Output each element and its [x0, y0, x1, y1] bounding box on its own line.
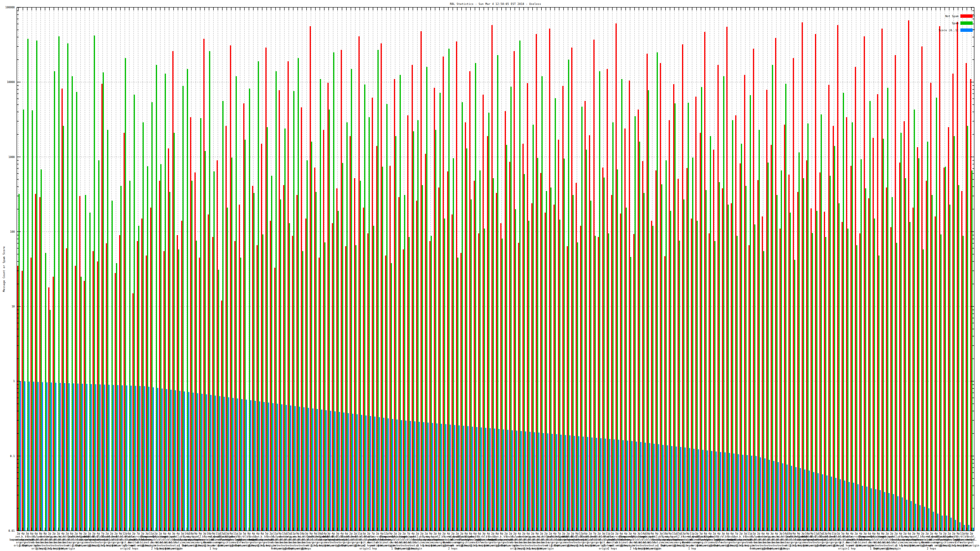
bar-not-spam — [788, 175, 789, 531]
bar-spam — [311, 142, 312, 531]
bar-not-spam — [770, 145, 772, 531]
bar-spam — [49, 310, 51, 531]
bar-spam — [23, 110, 24, 531]
bar-not-spam — [678, 179, 679, 531]
bar-score — [445, 424, 447, 531]
bar-spam — [621, 79, 623, 531]
bar-score — [751, 456, 752, 531]
bar-not-spam — [208, 214, 209, 531]
bar-score — [392, 419, 393, 531]
bar-spam — [285, 129, 286, 531]
bar-score — [454, 425, 455, 531]
bar-not-spam — [225, 126, 227, 531]
bar-spam — [329, 110, 330, 531]
bar-spam — [258, 61, 259, 531]
bar-not-spam — [452, 214, 453, 531]
bar-not-spam — [323, 130, 324, 531]
bar-score — [538, 432, 539, 531]
bar-spam — [785, 84, 786, 531]
bar-not-spam — [509, 162, 511, 531]
bar-spam — [710, 136, 711, 531]
bar-score — [401, 420, 402, 531]
bar-score — [556, 434, 557, 531]
bar-spam — [479, 170, 480, 531]
bar-not-spam — [492, 25, 493, 531]
legend-label-not-spam: Not Spam — [945, 15, 959, 18]
bar-score — [640, 442, 641, 531]
bar-not-spam — [646, 54, 648, 531]
bar-spam — [643, 193, 645, 531]
bar-score — [600, 438, 601, 531]
bar-score — [104, 384, 105, 531]
bar-score — [494, 429, 495, 531]
bar-not-spam — [394, 79, 395, 531]
bar-score — [418, 422, 420, 531]
bar-not-spam — [904, 121, 905, 531]
bar-score — [503, 429, 504, 531]
bar-spam — [869, 101, 871, 531]
bar-not-spam — [474, 181, 475, 531]
bar-score — [858, 484, 859, 531]
bar-score — [756, 456, 757, 531]
bar-score — [224, 397, 225, 531]
bar-not-spam — [199, 258, 200, 531]
bar-not-spam — [624, 129, 626, 531]
bar-score — [636, 442, 637, 531]
bar-spam — [213, 171, 215, 531]
bar-score — [215, 395, 216, 531]
bar-not-spam — [948, 127, 949, 531]
bar-not-spam — [829, 85, 830, 531]
bar-score — [654, 444, 655, 531]
bar-score — [902, 497, 903, 531]
bar-score — [565, 435, 566, 531]
bar-spam — [825, 237, 826, 531]
bar-score — [130, 386, 132, 531]
bar-score — [928, 508, 929, 531]
bar-spam — [550, 187, 552, 531]
legend: Not Spam Spam Score (0..1) — [939, 13, 973, 34]
bar-spam — [422, 185, 423, 531]
bar-spam — [878, 256, 880, 531]
bar-spam — [745, 186, 747, 531]
bar-spam — [147, 166, 148, 531]
bar-not-spam — [718, 65, 719, 531]
bar-score — [871, 488, 872, 531]
bar-score — [809, 470, 810, 531]
y-tick-label: 100 — [10, 230, 15, 233]
bar-not-spam — [797, 192, 799, 531]
bar-score — [458, 426, 460, 531]
legend-swatch-score-icon — [960, 29, 973, 32]
bar-spam — [200, 118, 202, 531]
bar-spam — [759, 130, 760, 531]
bar-score — [888, 493, 890, 531]
bar-not-spam — [305, 219, 307, 531]
bar-not-spam — [132, 293, 134, 531]
bar-spam — [315, 192, 317, 531]
bar-spam — [559, 219, 560, 531]
bar-spam — [360, 181, 361, 531]
bar-not-spam — [522, 144, 524, 531]
bar-score — [388, 418, 389, 531]
bar-not-spam — [700, 133, 701, 531]
bar-spam — [905, 178, 906, 531]
bar-spam — [639, 142, 640, 531]
bar-spam — [887, 88, 888, 531]
bar-score — [232, 398, 234, 531]
bar-spam — [355, 245, 356, 531]
bar-score — [184, 392, 185, 531]
bar-score — [684, 448, 686, 531]
bar-spam — [76, 92, 77, 531]
bar-spam — [222, 101, 224, 531]
bar-score — [100, 384, 101, 531]
bar-score — [343, 413, 345, 531]
bar-not-spam — [744, 75, 745, 531]
bar-score — [738, 454, 739, 531]
bar-spam — [657, 52, 658, 531]
bar-spam — [936, 98, 937, 531]
bar-spam — [267, 127, 268, 531]
bar-spam — [812, 233, 813, 531]
bar-not-spam — [602, 167, 603, 531]
bar-spam — [555, 98, 556, 531]
bar-not-spam — [22, 271, 23, 531]
bar-score — [499, 429, 500, 531]
